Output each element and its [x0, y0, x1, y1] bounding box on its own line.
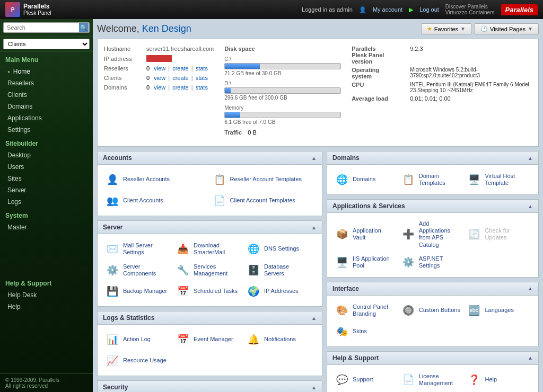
sidebar-item-home[interactable]: ● Home	[0, 66, 93, 77]
hostname-row: Hostname server11.freeshareall.com	[104, 46, 214, 52]
server-collapse-icon: ▲	[311, 225, 317, 230]
clients-view-link[interactable]: view	[154, 75, 165, 81]
d-drive-label: D:\	[224, 81, 341, 86]
clients-create-link[interactable]: create	[172, 75, 189, 81]
domains-label: Domains	[104, 84, 146, 91]
sidebar-item-desktop[interactable]: Desktop	[0, 149, 93, 161]
apps-services-title: Applications & Services	[332, 202, 405, 210]
add-applications-item[interactable]: ➕ Add Applications from APS Catalog	[399, 218, 463, 251]
sidebar-label: Clients	[7, 91, 27, 99]
avg-load-row: Average load 0.01; 0.01; 0.00	[352, 95, 532, 102]
memory-bar	[224, 112, 341, 118]
event-manager-item[interactable]: 📅 Event Manager	[173, 330, 242, 349]
sidebar-item-users[interactable]: Users	[0, 161, 93, 173]
download-smartermail-item[interactable]: 📥 Download SmarterMail	[173, 239, 242, 259]
help-item[interactable]: ❓ Help	[465, 370, 529, 389]
dns-settings-item[interactable]: 🌐 DNS Settings	[244, 239, 312, 259]
check-updates-icon: 🔄	[467, 227, 481, 242]
backup-manager-item[interactable]: 💾 Backup Manager	[103, 282, 171, 301]
discover-text: Discover ParallelsVirtuozzo Containers	[445, 4, 495, 15]
custom-buttons-item[interactable]: 🔘 Custom Buttons	[399, 301, 463, 320]
scheduled-tasks-item[interactable]: 📅 Scheduled Tasks	[173, 282, 242, 301]
iis-pool-item[interactable]: 🖥️ IIS Application Pool	[332, 253, 397, 272]
resellers-view-link[interactable]: view	[154, 65, 165, 72]
sidebar-label: Domains	[7, 103, 32, 110]
action-log-item[interactable]: 📊 Action Log	[103, 330, 171, 349]
virtual-host-item[interactable]: 🖥️ Virtual Host Template	[465, 170, 529, 189]
search-input[interactable]	[3, 22, 90, 33]
reseller-accounts-item[interactable]: 👤 Reseller Accounts	[103, 170, 208, 189]
reseller-account-templates-item[interactable]: 📋 Reseller Account Templates	[210, 170, 315, 189]
favorites-button[interactable]: ★ Favorites ▼	[421, 23, 471, 34]
sidebar-item-clients[interactable]: Clients	[0, 89, 93, 101]
resource-usage-item[interactable]: 📈 Resource Usage	[103, 351, 171, 370]
sidebar-item-help[interactable]: Help	[0, 301, 93, 313]
client-account-templates-item[interactable]: 📄 Client Account Templates	[210, 191, 315, 210]
clients-stats-link[interactable]: stats	[196, 75, 208, 81]
search-button[interactable]: 🔍	[79, 23, 89, 32]
domains-view-link[interactable]: view	[154, 84, 165, 91]
avg-load-value: 0.01; 0.01; 0.00	[410, 95, 450, 102]
resellers-label: Resellers	[104, 65, 146, 72]
sidebar-item-sites[interactable]: Sites	[0, 173, 93, 184]
apps-services-collapse-icon: ▲	[528, 203, 533, 209]
domains-create-link[interactable]: create	[172, 84, 189, 91]
sidebar-item-logs[interactable]: Logs	[0, 196, 93, 208]
skins-item[interactable]: 🎭 Skins	[332, 322, 397, 341]
active-dot: ●	[7, 69, 10, 74]
topbar: P Parallels Plesk Panel Logged in as adm…	[0, 0, 543, 19]
check-updates-item[interactable]: 🔄 Check for Updates	[465, 218, 529, 251]
clients-links: view | create | stats	[153, 75, 209, 81]
server-header[interactable]: Server ▲	[98, 221, 322, 234]
accounts-body: 👤 Reseller Accounts 📋 Reseller Account T…	[98, 165, 322, 216]
my-account-link[interactable]: My account	[373, 6, 402, 13]
notifications-item[interactable]: 🔔 Notifications	[244, 330, 312, 349]
domain-templates-label: Domain Templates	[419, 173, 461, 186]
services-management-item[interactable]: 🔧 Services Management	[173, 261, 242, 280]
domains-panel-header[interactable]: Domains ▲	[327, 152, 538, 165]
mail-server-item[interactable]: ✉️ Mail Server Settings	[103, 239, 171, 259]
client-accounts-item[interactable]: 👥 Client Accounts	[103, 191, 208, 210]
accounts-header[interactable]: Accounts ▲	[98, 152, 322, 165]
logs-header[interactable]: Logs & Statistics ▲	[98, 311, 322, 325]
resellers-create-link[interactable]: create	[172, 65, 189, 72]
branding-label: Control Panel Branding	[353, 304, 395, 317]
add-apps-label: Add Applications from APS Catalog	[419, 220, 461, 248]
sections-left: Accounts ▲ 👤 Reseller Accounts 📋 Reselle…	[97, 151, 322, 392]
log-out-link[interactable]: Log out	[419, 6, 439, 13]
sidebar-item-server[interactable]: Server	[0, 184, 93, 196]
resellers-stats-link[interactable]: stats	[196, 65, 208, 72]
sidebar-item-helpdesk[interactable]: Help Desk	[0, 289, 93, 301]
interface-header[interactable]: Interface ▲	[327, 282, 538, 296]
security-header[interactable]: Security ▲	[98, 381, 322, 392]
apps-services-items: 📦 Application Vault ➕ Add Applications f…	[332, 218, 533, 272]
languages-item[interactable]: 🔤 Languages	[465, 301, 529, 320]
backup-label: Backup Manager	[123, 288, 167, 295]
domain-templates-item[interactable]: 📋 Domain Templates	[399, 170, 463, 189]
server-components-item[interactable]: ⚙️ Server Components	[103, 261, 171, 280]
ip-addresses-item[interactable]: 🌍 IP Addresses	[244, 282, 312, 301]
domains-icon: 🌐	[335, 172, 349, 187]
main-layout: 🔍 Clients Main Menu ● Home Resellers Cli…	[0, 19, 543, 392]
visited-pages-button[interactable]: 🕐 Visited Pages ▼	[475, 23, 539, 34]
client-dropdown[interactable]: Clients	[3, 39, 90, 49]
domains-item[interactable]: 🌐 Domains	[332, 170, 397, 189]
support-item[interactable]: 💬 Support	[332, 370, 397, 389]
license-management-item[interactable]: 📄 License Management	[399, 370, 463, 389]
skins-label: Skins	[353, 328, 367, 335]
database-servers-item[interactable]: 🗄️ Database Servers	[244, 261, 312, 280]
application-vault-item[interactable]: 📦 Application Vault	[332, 218, 397, 251]
languages-icon: 🔤	[467, 303, 481, 318]
system-section: ParallelsPlesk Panelversion 9.2.3 Operat…	[352, 46, 532, 140]
domains-stats-link[interactable]: stats	[196, 84, 208, 91]
sidebar-item-settings[interactable]: Settings	[0, 124, 93, 136]
apps-services-header[interactable]: Applications & Services ▲	[327, 200, 538, 213]
aspnet-settings-item[interactable]: ⚙️ ASP.NET Settings	[399, 253, 463, 272]
sidebar-item-resellers[interactable]: Resellers	[0, 77, 93, 89]
sidebar-item-applications[interactable]: Applications	[0, 112, 93, 124]
sidebar-item-domains[interactable]: Domains	[0, 101, 93, 112]
main-content: Welcome, Ken Design ★ Favorites ▼ 🕐 Visi…	[93, 19, 543, 392]
help-support-panel-header[interactable]: Help & Support ▲	[327, 352, 538, 365]
sidebar-item-master[interactable]: Master	[0, 221, 93, 233]
control-panel-branding-item[interactable]: 🎨 Control Panel Branding	[332, 301, 397, 320]
